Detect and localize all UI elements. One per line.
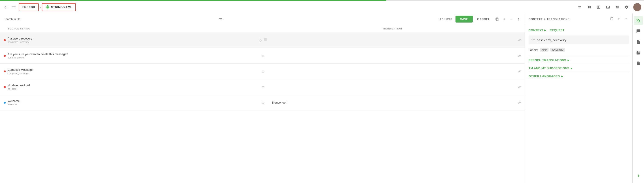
search-input[interactable] bbox=[4, 17, 216, 21]
row-end: Aᵃ bbox=[516, 65, 521, 77]
case-icon: Aᵃ bbox=[518, 85, 521, 89]
header-left: FRENCH › STRINGS.XML bbox=[3, 3, 76, 11]
label-android: ANDROID bbox=[550, 48, 565, 51]
column-source-header: SOURCE STRING bbox=[8, 27, 252, 30]
table-row[interactable]: Compose Message compose_message ◇ Aᵃ bbox=[0, 64, 525, 79]
row-end: Aᵃ bbox=[516, 97, 521, 108]
row-translation bbox=[272, 50, 516, 62]
row-indicator bbox=[4, 34, 6, 46]
pin-button[interactable] bbox=[609, 16, 614, 22]
key-icon bbox=[531, 38, 535, 42]
french-translations-section[interactable]: FRENCH TRANSLATIONS ▶ bbox=[528, 56, 629, 64]
source-key: no_date bbox=[8, 87, 252, 90]
row-end: Aᵃ bbox=[516, 50, 521, 62]
row-middle: ◇ bbox=[254, 97, 272, 108]
row-source: Welcome! welcome bbox=[8, 97, 254, 108]
table-row[interactable]: Password recovery password_recovery ◇ Aᵃ bbox=[0, 32, 525, 48]
case-icon: Aᵃ bbox=[518, 39, 521, 42]
key-text: password_recovery bbox=[537, 38, 566, 42]
row-middle: ◇ bbox=[254, 50, 272, 62]
row-middle: ◇ bbox=[254, 65, 272, 77]
header-right bbox=[577, 3, 641, 11]
back-button[interactable] bbox=[3, 4, 9, 10]
tm-mt-suggestions-label: TM AND MT SUGGESTIONS bbox=[528, 66, 569, 70]
settings-button[interactable] bbox=[624, 4, 630, 10]
labels-title: Labels: bbox=[528, 48, 538, 51]
row-translation: Bienvenue ! bbox=[272, 97, 516, 108]
document-button[interactable] bbox=[634, 37, 643, 46]
main: 17 • 0/10 SAVE CANCEL SOURCE STRING bbox=[0, 13, 644, 183]
editor-panel: 17 • 0/10 SAVE CANCEL SOURCE STRING bbox=[0, 13, 525, 183]
keyboard-button[interactable] bbox=[614, 4, 620, 10]
copy-button[interactable] bbox=[494, 16, 500, 22]
tag-icon[interactable]: ◇ bbox=[262, 85, 264, 89]
column-translation-header: TRANSLATION bbox=[270, 27, 515, 30]
cancel-button[interactable]: CANCEL bbox=[474, 16, 492, 22]
close-panel-button[interactable] bbox=[616, 16, 622, 22]
add-button[interactable] bbox=[502, 16, 507, 22]
breadcrumb-french[interactable]: FRENCH bbox=[19, 3, 39, 11]
case-icon: Aᵃ bbox=[518, 101, 521, 104]
source-text: Compose Message bbox=[8, 68, 252, 71]
menu-button[interactable] bbox=[11, 4, 17, 10]
breadcrumb-separator: › bbox=[40, 5, 41, 9]
comment-icon[interactable] bbox=[264, 38, 267, 42]
tag-icon[interactable]: ◇ bbox=[259, 38, 262, 42]
tag-icon[interactable]: ◇ bbox=[262, 54, 264, 58]
table-row[interactable]: No date provided no_date ◇ Aᵃ bbox=[0, 79, 525, 95]
row-source: Are you sure you want to delete this mes… bbox=[8, 50, 254, 62]
breadcrumb-strings-xml[interactable]: STRINGS.XML bbox=[42, 3, 76, 11]
label-app: APP bbox=[540, 48, 548, 51]
filter-button[interactable] bbox=[218, 16, 224, 22]
row-translation bbox=[272, 65, 516, 77]
row-end: Aᵃ bbox=[516, 34, 521, 46]
counter: 17 • 0/10 bbox=[440, 17, 452, 21]
request-tab[interactable]: REQUEST bbox=[550, 28, 564, 32]
expand-button[interactable] bbox=[624, 16, 629, 22]
breadcrumb: FRENCH › STRINGS.XML bbox=[19, 3, 76, 11]
row-source: No date provided no_date bbox=[8, 81, 254, 93]
row-indicator bbox=[4, 81, 6, 93]
remove-button[interactable] bbox=[509, 16, 514, 22]
row-translation bbox=[272, 81, 516, 93]
case-icon: Aᵃ bbox=[518, 54, 521, 57]
labels-row: Labels: APP ANDROID bbox=[528, 48, 629, 51]
save-button[interactable]: SAVE bbox=[456, 16, 472, 22]
row-source: Password recovery password_recovery bbox=[8, 34, 254, 46]
terminal-button[interactable] bbox=[605, 4, 611, 10]
row-middle: ◇ bbox=[254, 34, 272, 46]
end-spacer bbox=[514, 27, 521, 30]
more-button[interactable] bbox=[516, 16, 521, 22]
source-key: compose_message bbox=[8, 72, 252, 75]
right-panel-header: CONTEXT & TRANSLATIONS bbox=[525, 13, 632, 25]
table-row[interactable]: Welcome! welcome ◇ Bienvenue ! Aᵃ bbox=[0, 95, 525, 110]
column-view-button[interactable] bbox=[586, 4, 592, 10]
list-view-button[interactable] bbox=[577, 4, 583, 10]
table-row[interactable]: Are you sure you want to delete this mes… bbox=[0, 48, 525, 64]
key-display: password_recovery bbox=[528, 35, 629, 44]
translate-button[interactable] bbox=[634, 16, 643, 25]
row-end: Aᵃ bbox=[516, 81, 521, 93]
far-right-sidebar bbox=[632, 13, 644, 183]
split-view-button[interactable] bbox=[596, 4, 602, 10]
other-languages-section[interactable]: OTHER LANGUAGES ▶ bbox=[528, 72, 629, 80]
tm-mt-suggestions-section[interactable]: TM AND MT SUGGESTIONS ▶ bbox=[528, 64, 629, 72]
indicator-spacer bbox=[4, 27, 6, 30]
context-tab[interactable]: CONTEXT ▶ bbox=[528, 28, 546, 32]
status-indicator-red bbox=[4, 39, 6, 41]
editor-toolbar: 17 • 0/10 SAVE CANCEL bbox=[0, 13, 525, 25]
file-button[interactable] bbox=[634, 59, 643, 68]
row-translation bbox=[272, 34, 516, 46]
grid-button[interactable] bbox=[634, 48, 643, 57]
tag-icon[interactable]: ◇ bbox=[262, 100, 264, 105]
row-source: Compose Message compose_message bbox=[8, 65, 254, 77]
comments-button[interactable] bbox=[634, 27, 643, 36]
row-indicator bbox=[4, 97, 6, 108]
table-rows: Password recovery password_recovery ◇ Aᵃ bbox=[0, 32, 525, 183]
status-indicator-red bbox=[4, 70, 6, 72]
other-languages-label: OTHER LANGUAGES bbox=[528, 75, 560, 78]
add-sidebar-button[interactable] bbox=[634, 172, 643, 180]
tag-icon[interactable]: ◇ bbox=[262, 69, 264, 73]
avatar[interactable] bbox=[633, 3, 641, 11]
source-key: confirm_delete bbox=[8, 56, 252, 59]
